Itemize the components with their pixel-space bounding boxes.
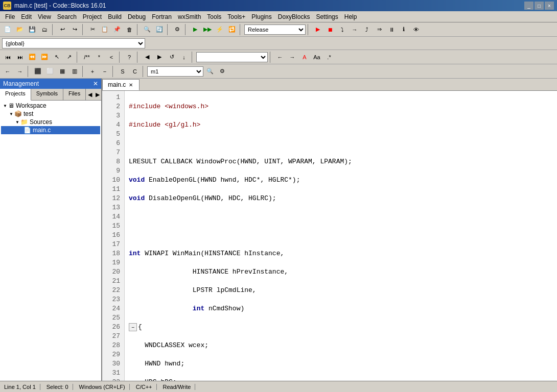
tb3-search-icon[interactable]: 🔍 bbox=[204, 66, 216, 77]
global-scope-combo[interactable]: {global} bbox=[2, 38, 145, 48]
tb2-uncomment[interactable]: * bbox=[94, 52, 105, 63]
code-tab-mainc[interactable]: main.c ✕ bbox=[102, 79, 140, 90]
tb2-doc[interactable]: < bbox=[106, 52, 117, 63]
tb2-jump[interactable]: ↓ bbox=[178, 52, 190, 63]
tb2-regex[interactable]: .* bbox=[323, 52, 335, 63]
menu-doxyblocks[interactable]: DoxyBlocks bbox=[275, 12, 313, 21]
tb2-btn4[interactable]: ⏩ bbox=[39, 52, 50, 63]
settings-btn[interactable]: ⚙ bbox=[172, 24, 183, 35]
search-combo[interactable] bbox=[196, 52, 268, 62]
debug-step-out-btn[interactable]: ⤴ bbox=[361, 24, 373, 35]
delete-btn[interactable]: 🗑 bbox=[124, 24, 135, 35]
tb3-btn1[interactable]: ← bbox=[2, 66, 13, 77]
tree-project[interactable]: ▼ 📦 test bbox=[1, 110, 100, 118]
debug-info-btn[interactable]: ℹ bbox=[398, 24, 409, 35]
save-btn[interactable]: 💾 bbox=[27, 24, 38, 35]
menu-plugins[interactable]: Plugins bbox=[248, 12, 274, 21]
tb3-btn8[interactable]: − bbox=[99, 66, 110, 77]
tab-projects[interactable]: Projects bbox=[0, 89, 31, 101]
tree-mainc[interactable]: 📄 main.c bbox=[1, 126, 100, 134]
tb2-nav-back[interactable]: ◀ bbox=[142, 52, 153, 63]
code-tab-label: main.c bbox=[108, 81, 126, 88]
tb3-btn6[interactable]: ▥ bbox=[69, 66, 80, 77]
tree-workspace[interactable]: ▼ 🖥 Workspace bbox=[1, 102, 100, 110]
redo-btn[interactable]: ↪ bbox=[69, 24, 80, 35]
maximize-btn[interactable]: □ bbox=[535, 2, 544, 10]
project-arrow[interactable]: ▼ bbox=[9, 112, 13, 116]
new-btn[interactable]: 📄 bbox=[2, 24, 13, 35]
debug-pause-btn[interactable]: ⏸ bbox=[386, 24, 397, 35]
close-btn[interactable]: × bbox=[545, 2, 554, 10]
tb2-btn1[interactable]: ⏮ bbox=[2, 52, 13, 63]
tab-prev-btn[interactable]: ◀ bbox=[86, 89, 94, 100]
tb2-highlight[interactable]: A bbox=[299, 52, 310, 63]
debug-step-btn[interactable]: ⤵ bbox=[337, 24, 348, 35]
tb3-btn3[interactable]: ⬛ bbox=[32, 66, 43, 77]
menu-wxsmith[interactable]: wxSmith bbox=[175, 12, 204, 21]
code-content[interactable]: #include <windows.h> #include <gl/gl.h> … bbox=[125, 91, 557, 381]
tab-symbols[interactable]: Symbols bbox=[31, 89, 63, 100]
fold-13[interactable]: − bbox=[129, 323, 137, 331]
menu-fortran[interactable]: Fortran bbox=[149, 12, 175, 21]
tb2-arrow-right[interactable]: → bbox=[287, 52, 298, 63]
menu-edit[interactable]: Edit bbox=[18, 12, 35, 21]
tb2-nav-fwd[interactable]: ▶ bbox=[154, 52, 165, 63]
tb2-btn2[interactable]: ⏭ bbox=[14, 52, 26, 63]
file-icon: 📄 bbox=[24, 127, 31, 134]
menu-help[interactable]: Help bbox=[341, 12, 360, 21]
run-btn[interactable]: ▶▶ bbox=[202, 24, 213, 35]
tb3-C[interactable]: C bbox=[129, 66, 141, 77]
tb2-arrow-left[interactable]: ← bbox=[274, 52, 286, 63]
tb2-comment[interactable]: /** bbox=[81, 52, 92, 63]
build-config-combo[interactable]: Release Debug bbox=[244, 24, 306, 35]
menu-tools-plus[interactable]: Tools+ bbox=[224, 12, 248, 21]
tb2-btn6[interactable]: ↗ bbox=[63, 52, 75, 63]
tb3-btn2[interactable]: → bbox=[14, 66, 26, 77]
minimize-btn[interactable]: _ bbox=[524, 2, 533, 10]
debug-stop-btn[interactable]: ⏹ bbox=[324, 24, 336, 35]
menu-view[interactable]: View bbox=[35, 12, 54, 21]
tb2-btn3[interactable]: ⏪ bbox=[27, 52, 38, 63]
management-close-btn[interactable]: ✕ bbox=[93, 80, 98, 87]
menu-file[interactable]: File bbox=[2, 12, 18, 21]
tb2-nav3[interactable]: ↺ bbox=[166, 52, 177, 63]
tb3-S[interactable]: S bbox=[117, 66, 128, 77]
cut-btn[interactable]: ✂ bbox=[87, 24, 98, 35]
menu-build[interactable]: Build bbox=[105, 12, 125, 21]
menu-search[interactable]: Search bbox=[54, 12, 80, 21]
tab-next-btn[interactable]: ▶ bbox=[94, 89, 101, 100]
tab-files[interactable]: Files bbox=[63, 89, 86, 100]
debug-watch-btn[interactable]: 👁 bbox=[410, 24, 422, 35]
menu-settings[interactable]: Settings bbox=[313, 12, 341, 21]
menu-project[interactable]: Project bbox=[80, 12, 105, 21]
rebuild-btn[interactable]: 🔁 bbox=[226, 24, 238, 35]
sources-arrow[interactable]: ▼ bbox=[15, 120, 19, 125]
paste-btn[interactable]: 📌 bbox=[111, 24, 123, 35]
tab-close-btn[interactable]: ✕ bbox=[129, 82, 133, 88]
tb2-btn5[interactable]: ↖ bbox=[51, 52, 62, 63]
tb2-help[interactable]: ? bbox=[124, 52, 135, 63]
find-btn[interactable]: 🔍 bbox=[142, 24, 153, 35]
tb3-btn5[interactable]: ▦ bbox=[57, 66, 68, 77]
build-btn[interactable]: ▶ bbox=[190, 24, 201, 35]
menu-debug[interactable]: Debug bbox=[125, 12, 149, 21]
workspace-arrow[interactable]: ▼ bbox=[3, 104, 7, 108]
save-all-btn[interactable]: 🗂 bbox=[39, 24, 50, 35]
replace-btn[interactable]: 🔄 bbox=[154, 24, 165, 35]
menu-tools[interactable]: Tools bbox=[204, 12, 224, 21]
debug-next-btn[interactable]: → bbox=[349, 24, 360, 35]
undo-btn[interactable]: ↩ bbox=[57, 24, 68, 35]
code-editor[interactable]: 1 2 3 4 5 6 7 8 9 10 11 12 13 14 15 16 1… bbox=[102, 91, 557, 381]
tb2-case[interactable]: Aa bbox=[311, 52, 322, 63]
build-run-btn[interactable]: ⚡ bbox=[214, 24, 225, 35]
open-btn[interactable]: 📂 bbox=[14, 24, 26, 35]
debug-start-btn[interactable]: ▶ bbox=[312, 24, 323, 35]
tb3-btn7[interactable]: + bbox=[87, 66, 98, 77]
ln-32: 32 bbox=[104, 378, 120, 381]
copy-btn[interactable]: 📋 bbox=[99, 24, 110, 35]
debug-run-to-btn[interactable]: ⇒ bbox=[374, 24, 385, 35]
tb3-btn4[interactable]: ⬜ bbox=[44, 66, 56, 77]
tree-sources[interactable]: ▼ 📁 Sources bbox=[1, 118, 100, 126]
function-combo[interactable]: m1 bbox=[147, 66, 203, 77]
tb3-settings-icon[interactable]: ⚙ bbox=[217, 66, 228, 77]
